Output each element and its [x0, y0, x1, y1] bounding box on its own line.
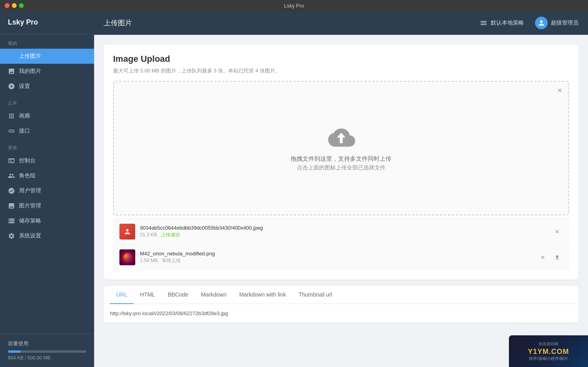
tabs-header: URL HTML BBCode Markdown Markdown with l… [104, 286, 579, 304]
main-content: Image Upload 最大可上传 5.00 MB 的图片，上传队列最多 3 … [94, 35, 588, 367]
sidebar-item-settings[interactable]: 设置 [0, 79, 94, 94]
tab-bbcode[interactable]: BBCode [161, 286, 195, 304]
group-icon [8, 172, 15, 179]
strategy-label: 默认本地策略 [491, 19, 524, 27]
file-info-1: 9034ab5cc0844ebdbb39dc0055bb3430!400x400… [140, 225, 547, 238]
tab-url[interactable]: URL [110, 286, 134, 304]
header-title: 上传图片 [104, 18, 469, 28]
sidebar-label-upload: 上传图片 [19, 53, 41, 60]
sidebar-label-storage: 储存策略 [19, 217, 41, 224]
minimize-button[interactable] [12, 3, 17, 8]
sidebar-label-sysconfig: 系统设置 [19, 232, 41, 240]
upload-card: Image Upload 最大可上传 5.00 MB 的图片，上传队列最多 3 … [104, 44, 579, 280]
users-icon [8, 187, 15, 194]
file-info-2: M42_orion_nebula_modified.png 1.50 MB, 等… [140, 251, 533, 264]
capacity-bar-fill [8, 350, 21, 353]
sidebar-section-mine: 我的 [0, 34, 94, 49]
watermark-sub: 软件/游戏/小程序/探讨 [529, 356, 568, 361]
upload-click-text: 点击上面的图标上传全部已选择文件 [297, 164, 386, 171]
file-item-2: M42_orion_nebula_modified.png 1.50 MB, 等… [113, 244, 569, 270]
image-manage-icon [8, 202, 15, 209]
sidebar-label-api: 接口 [19, 127, 30, 135]
file-item: 9034ab5cc0844ebdbb39dc0055bb3430!400x400… [113, 219, 569, 244]
titlebar-buttons [5, 3, 24, 8]
upload-dropzone[interactable]: ✕ 拖拽文件到这里，支持多文件同时上传 点击上面的图标上传全部已选择文件 [113, 81, 569, 215]
gallery-icon [8, 112, 15, 120]
capacity-text: 804 KB / 500.00 MB [8, 355, 86, 361]
file-name-2: M42_orion_nebula_modified.png [140, 251, 533, 257]
tabs-card: URL HTML BBCode Markdown Markdown with l… [104, 286, 579, 323]
file-actions-1: ✕ [552, 226, 563, 237]
cloud-upload-icon [327, 125, 355, 149]
file-name-1: 9034ab5cc0844ebdbb39dc0055bb3430!400x400… [140, 225, 547, 231]
content-area: 上传图片 默认本地策略 超级管理员 Image Upload 最大可上传 5.0… [94, 11, 588, 367]
sidebar-label-roles: 角色组 [19, 172, 36, 179]
tab-markdown-link[interactable]: Markdown with link [233, 286, 292, 304]
sidebar-capacity: 容量使用 804 KB / 500.00 MB [0, 333, 94, 367]
sidebar-section-public: 公共 [0, 94, 94, 108]
avatar [535, 17, 548, 29]
tab-thumbnail[interactable]: Thumbnail url [292, 286, 338, 304]
strategy-icon [480, 19, 488, 27]
upload-card-title: Image Upload [113, 54, 569, 64]
cloud-upload-icon [8, 53, 15, 60]
file-cancel-2[interactable]: ✕ [537, 252, 548, 263]
file-status-2: 等待上传 [162, 258, 181, 263]
terminal-icon [8, 157, 15, 164]
titlebar: Lsky Pro [0, 0, 588, 11]
user-menu[interactable]: 超级管理员 [535, 17, 579, 29]
sidebar-label-my-images: 我的图片 [19, 68, 41, 75]
close-button[interactable] [5, 3, 9, 8]
sidebar-item-image-manage[interactable]: 图片管理 [0, 198, 94, 213]
sidebar-item-storage[interactable]: 储存策略 [0, 213, 94, 228]
capacity-bar [8, 350, 86, 353]
watermark-site: Y1YM.COM [528, 348, 569, 356]
titlebar-title: Lsky Pro [284, 3, 304, 9]
url-value: http://lsky-pro.local/i/2022/03/08/62272… [110, 310, 572, 316]
tab-content: http://lsky-pro.local/i/2022/03/08/62272… [104, 304, 579, 323]
sidebar-item-upload[interactable]: 上传图片 [0, 49, 94, 64]
settings-icon [8, 83, 15, 90]
watermark: 依依源码网 Y1YM.COM 软件/游戏/小程序/探讨 [509, 335, 588, 367]
gear-icon [8, 232, 15, 240]
file-meta-1: 31.3 KB, 上传成功 [140, 232, 547, 238]
file-upload-2[interactable] [552, 252, 563, 263]
upload-card-desc: 最大可上传 5.00 MB 的图片，上传队列最多 3 张。本站已托管 4 张图片… [113, 67, 569, 74]
upload-close-button[interactable]: ✕ [555, 86, 564, 95]
user-label: 超级管理员 [551, 19, 579, 27]
sidebar-logo: Lsky Pro [0, 11, 94, 34]
file-actions-2: ✕ [537, 252, 563, 263]
sidebar-item-console[interactable]: 控制台 [0, 153, 94, 168]
sidebar: Lsky Pro 我的 上传图片 我的图片 设置 公共 画 [0, 11, 94, 367]
header: 上传图片 默认本地策略 超级管理员 [94, 11, 588, 35]
tab-html[interactable]: HTML [134, 286, 161, 304]
file-thumbnail-1 [119, 224, 135, 240]
sidebar-item-sysconfig[interactable]: 系统设置 [0, 228, 94, 243]
app-layout: Lsky Pro 我的 上传图片 我的图片 设置 公共 画 [0, 11, 588, 367]
link-icon [8, 127, 15, 135]
sidebar-section-system: 系统 [0, 139, 94, 153]
image-icon [8, 68, 15, 75]
capacity-label: 容量使用 [8, 340, 86, 347]
upload-drag-text: 拖拽文件到这里，支持多文件同时上传 [291, 155, 391, 163]
sidebar-label-gallery: 画廊 [19, 112, 30, 120]
file-thumbnail-2 [119, 249, 135, 265]
file-remove-1[interactable]: ✕ [552, 226, 563, 237]
storage-icon [8, 217, 15, 224]
sidebar-item-api[interactable]: 接口 [0, 124, 94, 139]
sidebar-label-image-manage: 图片管理 [19, 202, 41, 209]
tab-markdown[interactable]: Markdown [195, 286, 233, 304]
file-meta-2: 1.50 MB, 等待上传 [140, 257, 533, 264]
sidebar-label-users: 用户管理 [19, 187, 41, 194]
file-size-1: 31.3 KB [140, 232, 157, 238]
strategy-selector[interactable]: 默认本地策略 [475, 17, 529, 29]
file-status-1: 上传成功 [161, 232, 180, 238]
sidebar-item-my-images[interactable]: 我的图片 [0, 64, 94, 79]
sidebar-item-users[interactable]: 用户管理 [0, 183, 94, 198]
sidebar-item-roles[interactable]: 角色组 [0, 168, 94, 183]
file-size-2: 1.50 MB [140, 258, 158, 263]
watermark-desc: 依依源码网 [539, 341, 558, 347]
sidebar-item-gallery[interactable]: 画廊 [0, 108, 94, 124]
sidebar-label-settings: 设置 [19, 83, 30, 90]
maximize-button[interactable] [19, 3, 24, 8]
